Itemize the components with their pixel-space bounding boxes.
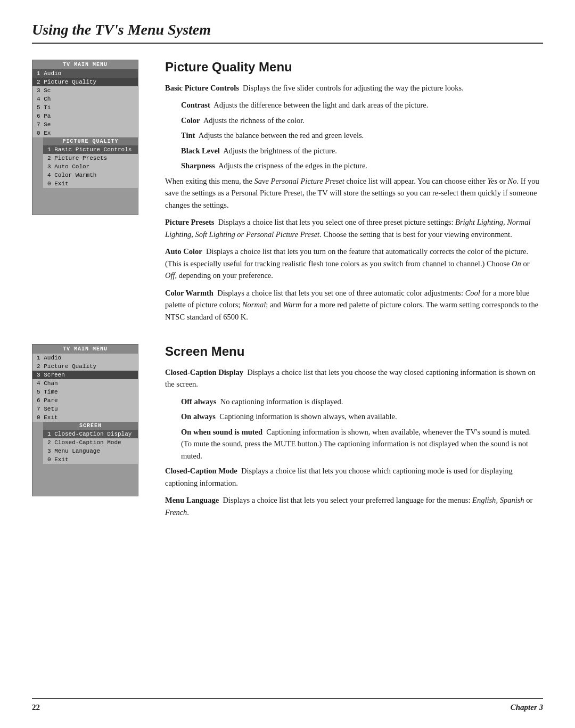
tv-menu-item-7: 7 Se <box>32 120 138 129</box>
page-header: Using the TV's Menu System <box>32 21 543 44</box>
tv-menu-item-chan: 4 Chan <box>32 379 138 388</box>
tv-submenu-item-menu-lang: 3 Menu Language <box>43 447 138 455</box>
para-black-level: Black Level Adjusts the brightness of th… <box>181 145 543 157</box>
tv-menu-item-screen: 3 Screen <box>32 371 138 379</box>
term-cc-mode: Closed-Caption Mode <box>165 467 237 475</box>
term-color-warmth: Color Warmth <box>165 289 213 297</box>
tv-menu-item-picture-quality: 2 Picture Quality <box>32 78 138 86</box>
tv-menu-item-picture-quality-2: 2 Picture Quality <box>32 362 138 371</box>
para-auto-color: Auto Color Displays a choice list that l… <box>165 246 543 281</box>
screen-menu-title: Screen Menu <box>165 344 543 359</box>
para-color: Color Adjusts the richness of the color. <box>181 114 543 126</box>
tv-menu-item-time: 5 Time <box>32 388 138 396</box>
para-off-always: Off always No captioning information is … <box>181 396 543 407</box>
tv-submenu-item-presets: 2 Picture Presets <box>43 154 138 162</box>
tv-menu-item-3: 3 Sc <box>32 86 138 95</box>
chapter-label: Chapter 3 <box>511 703 543 712</box>
tv-menu-item-6: 6 Pa <box>32 112 138 120</box>
picture-quality-title: Picture Quality Menu <box>165 60 543 75</box>
tv-menu-item-audio-2: 1 Audio <box>32 354 138 362</box>
tv-submenu-item-exit-2: 0 Exit <box>43 455 138 464</box>
para-cc-display: Closed-Caption Display Displays a choice… <box>165 366 543 390</box>
tv-menu-box-2: TV MAIN MENU 1 Audio 2 Picture Quality 3… <box>32 344 138 496</box>
term-on-when-muted: On when sound is muted <box>181 428 262 436</box>
term-sharpness: Sharpness <box>181 161 215 170</box>
tv-menu-item-audio: 1 Audio <box>32 69 138 78</box>
tv-submenu-item-basic: 1 Basic Picture Controls <box>43 145 138 154</box>
term-basic-picture-controls: Basic Picture Controls <box>165 84 239 92</box>
screen-menu-screenshot: TV MAIN MENU 1 Audio 2 Picture Quality 3… <box>32 344 149 523</box>
tv-submenu-title-1: PICTURE QUALITY <box>43 137 138 145</box>
tv-menu-item-0: 0 Ex <box>32 129 138 137</box>
tv-submenu-item-auto-color: 3 Auto Color <box>43 162 138 171</box>
tv-menu-item-setu: 7 Setu <box>32 405 138 413</box>
para-on-always: On always Captioning information is show… <box>181 411 543 422</box>
page-container: Using the TV's Menu System TV MAIN MENU … <box>0 0 575 728</box>
para-cc-mode: Closed-Caption Mode Displays a choice li… <box>165 465 543 489</box>
term-menu-language: Menu Language <box>165 496 219 504</box>
tv-submenu-2: SCREEN 1 Closed-Caption Display 2 Closed… <box>43 422 138 464</box>
screen-menu-section: TV MAIN MENU 1 Audio 2 Picture Quality 3… <box>32 344 543 523</box>
page-footer: 22 Chapter 3 <box>32 698 543 712</box>
tv-submenu-item-cc-display: 1 Closed-Caption Display <box>43 430 138 438</box>
term-picture-presets: Picture Presets <box>165 218 214 226</box>
term-off-always: Off always <box>181 397 216 406</box>
para-color-warmth: Color Warmth Displays a choice list that… <box>165 287 543 323</box>
term-black-level: Black Level <box>181 146 220 155</box>
para-basic-picture-controls: Basic Picture Controls Displays the five… <box>165 82 543 94</box>
para-save-preset: When exiting this menu, the Save Persona… <box>165 175 543 211</box>
term-on-always: On always <box>181 412 216 421</box>
tv-submenu-item-cc-mode: 2 Closed-Caption Mode <box>43 438 138 447</box>
picture-menu-screenshot: TV MAIN MENU 1 Audio 2 Picture Quality 3… <box>32 60 149 328</box>
term-contrast: Contrast <box>181 101 210 109</box>
para-sharpness: Sharpness Adjusts the crispness of the e… <box>181 160 543 171</box>
page-title: Using the TV's Menu System <box>32 21 211 38</box>
para-picture-presets: Picture Presets Displays a choice list t… <box>165 216 543 240</box>
tv-submenu-item-color-warmth: 4 Color Warmth <box>43 171 138 179</box>
tv-menu-title-1: TV MAIN MENU <box>32 60 138 69</box>
tv-menu-box-1: TV MAIN MENU 1 Audio 2 Picture Quality 3… <box>32 60 138 215</box>
para-tint: Tint Adjusts the balance between the red… <box>181 129 543 141</box>
term-cc-display: Closed-Caption Display <box>165 368 243 377</box>
picture-quality-content: Picture Quality Menu Basic Picture Contr… <box>165 60 543 328</box>
tv-menu-item-4: 4 Ch <box>32 95 138 103</box>
tv-submenu-item-exit-1: 0 Exit <box>43 179 138 188</box>
term-auto-color: Auto Color <box>165 247 202 256</box>
tv-menu-title-2: TV MAIN MENU <box>32 345 138 354</box>
picture-quality-section: TV MAIN MENU 1 Audio 2 Picture Quality 3… <box>32 60 543 328</box>
para-menu-language: Menu Language Displays a choice list tha… <box>165 494 543 518</box>
tv-submenu-title-2: SCREEN <box>43 422 138 430</box>
para-contrast: Contrast Adjusts the difference between … <box>181 99 543 111</box>
screen-menu-content: Screen Menu Closed-Caption Display Displ… <box>165 344 543 523</box>
tv-submenu-1: PICTURE QUALITY 1 Basic Picture Controls… <box>43 137 138 188</box>
tv-menu-item-exit-main-2: 0 Exit <box>32 413 138 422</box>
page-number: 22 <box>32 703 40 712</box>
tv-menu-item-5: 5 Ti <box>32 103 138 112</box>
term-color: Color <box>181 116 200 125</box>
tv-menu-item-pare: 6 Pare <box>32 396 138 405</box>
para-on-when-muted: On when sound is muted Captioning inform… <box>181 426 543 462</box>
term-tint: Tint <box>181 131 195 140</box>
